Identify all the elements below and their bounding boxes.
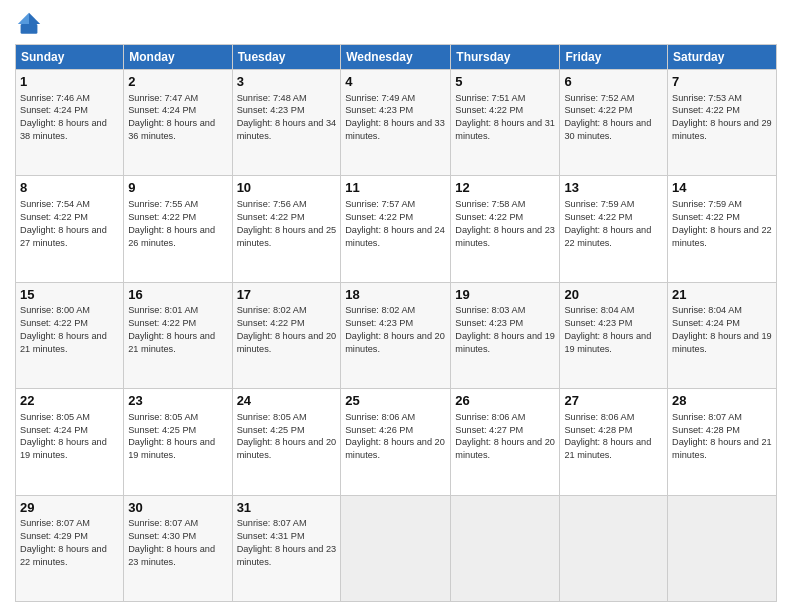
weekday-friday: Friday (560, 45, 668, 70)
day-info: Sunrise: 7:47 AMSunset: 4:24 PMDaylight:… (128, 93, 215, 142)
day-cell: 5 Sunrise: 7:51 AMSunset: 4:22 PMDayligh… (451, 70, 560, 176)
day-cell: 1 Sunrise: 7:46 AMSunset: 4:24 PMDayligh… (16, 70, 124, 176)
day-number: 17 (237, 286, 337, 304)
week-row-1: 1 Sunrise: 7:46 AMSunset: 4:24 PMDayligh… (16, 70, 777, 176)
day-number: 23 (128, 392, 227, 410)
day-info: Sunrise: 8:07 AMSunset: 4:29 PMDaylight:… (20, 518, 107, 567)
day-number: 4 (345, 73, 446, 91)
week-row-4: 22 Sunrise: 8:05 AMSunset: 4:24 PMDaylig… (16, 389, 777, 495)
weekday-sunday: Sunday (16, 45, 124, 70)
day-cell: 6 Sunrise: 7:52 AMSunset: 4:22 PMDayligh… (560, 70, 668, 176)
day-info: Sunrise: 8:05 AMSunset: 4:25 PMDaylight:… (128, 412, 215, 461)
day-cell: 13 Sunrise: 7:59 AMSunset: 4:22 PMDaylig… (560, 176, 668, 282)
day-cell: 20 Sunrise: 8:04 AMSunset: 4:23 PMDaylig… (560, 282, 668, 388)
day-cell: 31 Sunrise: 8:07 AMSunset: 4:31 PMDaylig… (232, 495, 341, 601)
day-info: Sunrise: 7:51 AMSunset: 4:22 PMDaylight:… (455, 93, 555, 142)
page: SundayMondayTuesdayWednesdayThursdayFrid… (0, 0, 792, 612)
day-cell: 17 Sunrise: 8:02 AMSunset: 4:22 PMDaylig… (232, 282, 341, 388)
day-cell: 7 Sunrise: 7:53 AMSunset: 4:22 PMDayligh… (668, 70, 777, 176)
day-info: Sunrise: 8:06 AMSunset: 4:27 PMDaylight:… (455, 412, 555, 461)
week-row-5: 29 Sunrise: 8:07 AMSunset: 4:29 PMDaylig… (16, 495, 777, 601)
day-cell: 27 Sunrise: 8:06 AMSunset: 4:28 PMDaylig… (560, 389, 668, 495)
day-cell: 18 Sunrise: 8:02 AMSunset: 4:23 PMDaylig… (341, 282, 451, 388)
svg-rect-2 (21, 24, 38, 34)
day-info: Sunrise: 8:01 AMSunset: 4:22 PMDaylight:… (128, 305, 215, 354)
day-info: Sunrise: 8:02 AMSunset: 4:22 PMDaylight:… (237, 305, 337, 354)
day-number: 28 (672, 392, 772, 410)
day-number: 9 (128, 179, 227, 197)
day-info: Sunrise: 8:00 AMSunset: 4:22 PMDaylight:… (20, 305, 107, 354)
day-number: 10 (237, 179, 337, 197)
day-cell: 23 Sunrise: 8:05 AMSunset: 4:25 PMDaylig… (124, 389, 232, 495)
day-info: Sunrise: 7:59 AMSunset: 4:22 PMDaylight:… (672, 199, 772, 248)
day-info: Sunrise: 7:46 AMSunset: 4:24 PMDaylight:… (20, 93, 107, 142)
day-info: Sunrise: 7:53 AMSunset: 4:22 PMDaylight:… (672, 93, 772, 142)
day-info: Sunrise: 8:04 AMSunset: 4:23 PMDaylight:… (564, 305, 651, 354)
svg-marker-1 (18, 13, 29, 24)
day-cell (341, 495, 451, 601)
day-info: Sunrise: 7:56 AMSunset: 4:22 PMDaylight:… (237, 199, 337, 248)
day-info: Sunrise: 8:06 AMSunset: 4:28 PMDaylight:… (564, 412, 651, 461)
day-number: 27 (564, 392, 663, 410)
day-number: 7 (672, 73, 772, 91)
week-row-2: 8 Sunrise: 7:54 AMSunset: 4:22 PMDayligh… (16, 176, 777, 282)
day-number: 21 (672, 286, 772, 304)
day-cell: 11 Sunrise: 7:57 AMSunset: 4:22 PMDaylig… (341, 176, 451, 282)
day-cell: 24 Sunrise: 8:05 AMSunset: 4:25 PMDaylig… (232, 389, 341, 495)
day-number: 31 (237, 499, 337, 517)
calendar-table: SundayMondayTuesdayWednesdayThursdayFrid… (15, 44, 777, 602)
day-info: Sunrise: 7:52 AMSunset: 4:22 PMDaylight:… (564, 93, 651, 142)
day-info: Sunrise: 8:07 AMSunset: 4:31 PMDaylight:… (237, 518, 337, 567)
weekday-saturday: Saturday (668, 45, 777, 70)
day-number: 12 (455, 179, 555, 197)
day-info: Sunrise: 8:05 AMSunset: 4:24 PMDaylight:… (20, 412, 107, 461)
day-cell: 8 Sunrise: 7:54 AMSunset: 4:22 PMDayligh… (16, 176, 124, 282)
day-cell (668, 495, 777, 601)
weekday-monday: Monday (124, 45, 232, 70)
day-cell: 10 Sunrise: 7:56 AMSunset: 4:22 PMDaylig… (232, 176, 341, 282)
day-cell: 12 Sunrise: 7:58 AMSunset: 4:22 PMDaylig… (451, 176, 560, 282)
day-number: 5 (455, 73, 555, 91)
calendar-body: 1 Sunrise: 7:46 AMSunset: 4:24 PMDayligh… (16, 70, 777, 602)
calendar-header: SundayMondayTuesdayWednesdayThursdayFrid… (16, 45, 777, 70)
day-info: Sunrise: 7:49 AMSunset: 4:23 PMDaylight:… (345, 93, 445, 142)
svg-marker-0 (29, 13, 40, 24)
weekday-tuesday: Tuesday (232, 45, 341, 70)
day-cell: 14 Sunrise: 7:59 AMSunset: 4:22 PMDaylig… (668, 176, 777, 282)
day-number: 18 (345, 286, 446, 304)
header (15, 10, 777, 38)
day-cell: 16 Sunrise: 8:01 AMSunset: 4:22 PMDaylig… (124, 282, 232, 388)
day-cell: 26 Sunrise: 8:06 AMSunset: 4:27 PMDaylig… (451, 389, 560, 495)
day-cell: 22 Sunrise: 8:05 AMSunset: 4:24 PMDaylig… (16, 389, 124, 495)
day-number: 22 (20, 392, 119, 410)
day-number: 13 (564, 179, 663, 197)
day-cell: 21 Sunrise: 8:04 AMSunset: 4:24 PMDaylig… (668, 282, 777, 388)
day-cell: 28 Sunrise: 8:07 AMSunset: 4:28 PMDaylig… (668, 389, 777, 495)
day-number: 3 (237, 73, 337, 91)
day-info: Sunrise: 7:59 AMSunset: 4:22 PMDaylight:… (564, 199, 651, 248)
day-info: Sunrise: 8:04 AMSunset: 4:24 PMDaylight:… (672, 305, 772, 354)
day-cell: 4 Sunrise: 7:49 AMSunset: 4:23 PMDayligh… (341, 70, 451, 176)
day-number: 29 (20, 499, 119, 517)
day-info: Sunrise: 7:48 AMSunset: 4:23 PMDaylight:… (237, 93, 337, 142)
weekday-thursday: Thursday (451, 45, 560, 70)
day-info: Sunrise: 8:07 AMSunset: 4:30 PMDaylight:… (128, 518, 215, 567)
day-number: 15 (20, 286, 119, 304)
day-info: Sunrise: 7:57 AMSunset: 4:22 PMDaylight:… (345, 199, 445, 248)
day-info: Sunrise: 8:02 AMSunset: 4:23 PMDaylight:… (345, 305, 445, 354)
day-number: 24 (237, 392, 337, 410)
day-number: 6 (564, 73, 663, 91)
day-number: 26 (455, 392, 555, 410)
logo-icon (15, 10, 43, 38)
day-info: Sunrise: 7:55 AMSunset: 4:22 PMDaylight:… (128, 199, 215, 248)
day-number: 14 (672, 179, 772, 197)
day-cell: 15 Sunrise: 8:00 AMSunset: 4:22 PMDaylig… (16, 282, 124, 388)
day-number: 16 (128, 286, 227, 304)
day-number: 8 (20, 179, 119, 197)
day-info: Sunrise: 8:05 AMSunset: 4:25 PMDaylight:… (237, 412, 337, 461)
day-number: 2 (128, 73, 227, 91)
day-cell (451, 495, 560, 601)
day-cell: 9 Sunrise: 7:55 AMSunset: 4:22 PMDayligh… (124, 176, 232, 282)
day-number: 1 (20, 73, 119, 91)
day-number: 19 (455, 286, 555, 304)
